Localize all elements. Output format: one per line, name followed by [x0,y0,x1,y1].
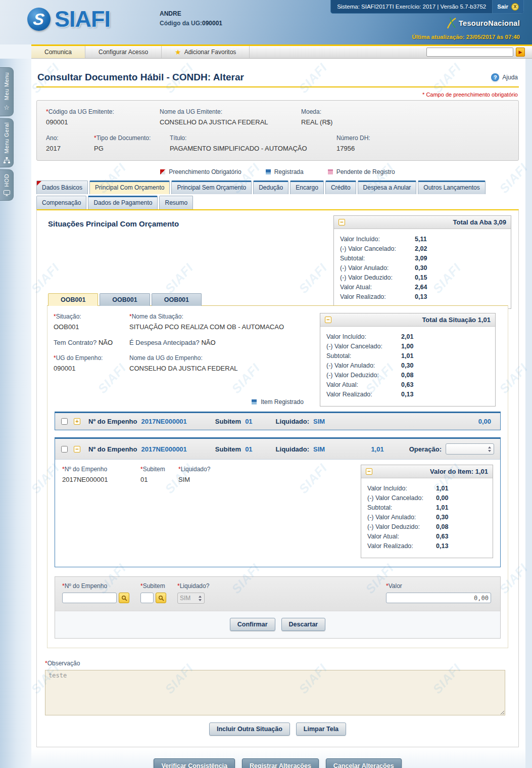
document-tab[interactable]: Dados de Pagamento [88,196,158,209]
document-tab[interactable]: Dedução [253,180,288,194]
total-row: (-) Valor Deduzido: 0,15 [340,273,505,283]
verificar-consistencia-button[interactable]: Verificar Consistência [154,758,235,768]
cancelar-alteracoes-button[interactable]: Cancelar Alterações [326,758,402,768]
total-row: (-) Valor Cancelado: 0,00 [367,493,487,503]
total-row: Subtotal: 1,01 [367,503,487,513]
menu-adicionar-favoritos[interactable]: Adicionar Favoritos [162,46,250,58]
doc-field: Ano: 2017 [46,134,94,152]
menu-configurar-acesso[interactable]: Configurar Acesso [85,46,162,58]
total-situacao-body: Valor Incluído: 2,01 (-) Valor Cancelado… [320,327,495,406]
magnifier-icon [158,595,164,601]
total-row: Subtotal: 3,09 [340,254,505,263]
doc-fields-row1: *Código da UG Emitente: 090001 Nome da U… [46,108,509,126]
siafi-logo-text: SIAFI [55,6,110,32]
empenho-number[interactable]: 2017NE000001 [141,418,186,425]
empenho-expanded-body: *Nº do Empenho 2017NE000001 *Subitem 01 [55,460,500,567]
legend-item: Preenchimento Obrigatório [160,168,241,175]
document-tab[interactable]: Outros Lançamentos [418,180,485,194]
menu-comunica[interactable]: Comunica [31,46,85,58]
doc-fields-row2: Ano: 2017 *Tipo de Documento: PG Título:… [46,134,509,152]
incluir-outra-situacao-button[interactable]: Incluir Outra Situação [209,722,290,736]
entry-valor-group: *Valor [386,582,491,603]
descartar-button[interactable]: Descartar [281,618,326,631]
empenho-valor: 0,00 [478,418,491,425]
document-tab[interactable]: Principal Sem Orçamento [171,180,252,194]
valor-item-panel: Valor do Item: 1,01 Valor Incluído: 1,01 [361,465,493,558]
document-tab[interactable]: Despesa a Anular [358,180,417,194]
collapse-icon[interactable] [325,317,331,323]
legend-item: Registrada [266,168,304,175]
user-block: ANDRE Código da UG:090001 [160,10,222,27]
situation-tab[interactable]: OOB001 [152,293,202,306]
empenho-valor: 1,01 [371,445,383,453]
empenho-input[interactable] [62,593,117,603]
subitem-lookup-button[interactable] [156,593,166,603]
total-row: (-) Valor Deduzido: 0,08 [326,371,489,380]
empenho-lookup-button[interactable] [119,593,129,603]
empenho-checkbox[interactable] [61,446,68,453]
user-ug: Código da UG:090001 [160,20,222,27]
valor-input[interactable] [386,593,491,603]
collapse-row-icon[interactable] [74,446,80,453]
operacao-select[interactable] [446,443,494,455]
document-tab[interactable]: Principal Com Orçamento [89,180,170,194]
situation-tab[interactable]: OOB001 [100,293,150,306]
situation-tab[interactable]: OOB001 [48,293,98,306]
legend-icon [160,169,165,174]
sitemap-icon [4,157,10,163]
search-input[interactable] [426,48,513,57]
document-tab[interactable]: Compensação [36,196,86,209]
limpar-tela-button[interactable]: Limpar Tela [296,722,346,736]
document-tab[interactable]: Crédito [325,180,356,194]
total-row: Valor Atual: 0,63 [367,532,487,541]
doc-field: Nome da UG Emitente: CONSELHO DA JUSTICA… [160,108,301,126]
required-note: * Campo de preenchimento obrigatório [37,92,518,98]
title-row: Consultar Documento Hábil - CONDH: Alter… [36,59,519,87]
system-info-bar: Sistema: SIAFI2017TI Exercício: 2017 | V… [330,0,524,14]
magnifier-icon [121,595,127,601]
empenho-expanded-header: Nº do Empenho 2017NE000001 Subitem 01 Li… [55,439,500,460]
empenho-row-expanded: Nº do Empenho 2017NE000001 Subitem 01 Li… [55,437,501,567]
document-tab[interactable]: Resumo [159,196,193,209]
logout-x-icon[interactable] [511,3,519,11]
page-title: Consultar Documento Hábil - CONDH: Alter… [37,72,244,83]
search-go-button[interactable] [516,48,525,57]
left-sidebar: Meu Menu Menu Geral HOD [0,59,31,768]
sidebar-tab-menu-geral[interactable]: Menu Geral [0,118,14,167]
document-tab[interactable]: Dados Básicos [36,180,88,194]
entry-actions: Confirmar Descartar [55,611,500,638]
empenho-number[interactable]: 2017NE000001 [141,445,186,453]
total-row: Valor Atual: 2,64 [340,283,505,292]
help-link[interactable]: Ajuda [491,73,518,81]
total-situacao-header: Total da Situação 1,01 [320,313,495,327]
doc-field: *Código da UG Emitente: 090001 [46,108,160,126]
collapse-icon[interactable] [338,219,345,225]
total-row: (-) Valor Cancelado: 2,02 [340,244,505,254]
entry-subitem-group: *Subitem [140,582,166,603]
tab-content-principal-com-orcamento: Situações Principal Com Orçamento Total … [36,209,519,747]
entry-liquidado-group: *Liquidado? SIM [177,582,209,604]
logout-button[interactable]: Sair [492,0,523,13]
subitem-input[interactable] [140,593,154,603]
monitor-icon [4,190,10,196]
collapse-icon[interactable] [366,468,372,475]
ug-empenho-field: *UG do Empenho: 090001 [54,354,129,372]
situation-panel: *Situação: OOB001 *Nome da Situação: SIT… [47,305,508,648]
observacao-textarea[interactable]: teste [45,670,505,715]
despesa-antecipada-field: É Despesa Antecipada? NÃO [129,339,216,346]
situation-tabs: OOB001 OOB001 OOB001 [48,293,507,306]
expand-icon[interactable] [74,418,80,425]
siafi-logo-icon [27,8,51,31]
legend-icon [328,169,333,174]
sidebar-tab-hod[interactable]: HOD [0,169,14,201]
registrar-alteracoes-button[interactable]: Registrar Alterações [242,758,319,768]
valor-item-value: 1,01 [475,468,488,475]
sidebar-tab-meu-menu[interactable]: Meu Menu [0,67,14,116]
confirmar-button[interactable]: Confirmar [230,618,275,631]
siafi-app: SIAFI ANDRE Código da UG:090001 Sistema:… [0,0,532,768]
tesouro-text: TesouroNacional [459,19,520,27]
empenho-checkbox[interactable] [61,418,68,425]
main-content: Consultar Documento Hábil - CONDH: Alter… [31,59,525,768]
empenho-liquidado: SIM [313,418,325,425]
document-tab[interactable]: Encargo [290,180,324,194]
